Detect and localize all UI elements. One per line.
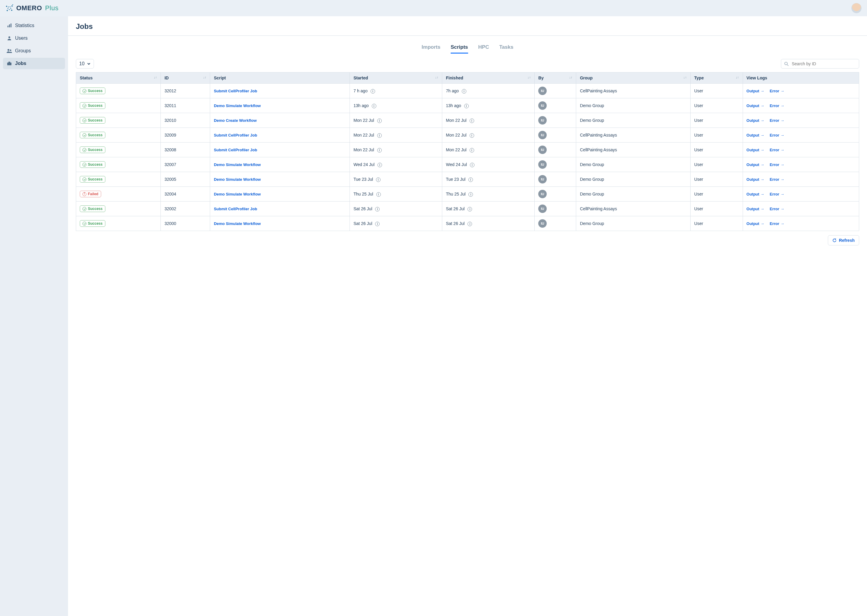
info-icon[interactable]: i [470,148,474,152]
script-link[interactable]: Demo Simulate Workflow [214,162,261,167]
table-row: Success32007Demo Simulate WorkflowWed 24… [76,157,859,172]
info-icon[interactable]: i [470,133,474,138]
output-log-link[interactable]: Output → [747,177,765,182]
app-logo[interactable]: + OMERO Plus [5,4,58,12]
script-link[interactable]: Demo Simulate Workflow [214,177,261,182]
info-icon[interactable]: i [468,192,473,197]
user-initials-badge[interactable]: IU [538,160,547,169]
info-icon[interactable]: i [377,163,382,167]
info-icon[interactable]: i [375,207,380,211]
info-icon[interactable]: i [377,133,382,138]
refresh-button[interactable]: Refresh [828,235,859,245]
sidebar-item-groups[interactable]: Groups [3,45,65,57]
output-log-link[interactable]: Output → [747,222,765,226]
col-id[interactable]: ID↓↑ [161,72,210,83]
output-log-link[interactable]: Output → [747,118,765,123]
info-icon[interactable]: i [464,104,469,108]
cell-group: Demo Group [576,98,690,113]
output-log-link[interactable]: Output → [747,162,765,167]
info-icon[interactable]: i [370,89,375,94]
user-avatar[interactable] [851,3,862,13]
search-input[interactable] [791,61,856,66]
user-initials-badge[interactable]: IU [538,146,547,154]
info-icon[interactable]: i [470,163,474,167]
sort-icon: ↓↑ [569,75,572,79]
cell-finished: Sat 26 Jul i [442,201,534,216]
info-icon[interactable]: i [468,178,473,182]
output-log-link[interactable]: Output → [747,89,765,93]
info-icon[interactable]: i [375,222,380,226]
user-initials-badge[interactable]: IU [538,101,547,110]
script-link[interactable]: Submit CellProfiler Job [214,133,257,137]
user-initials-badge[interactable]: IU [538,219,547,228]
error-log-link[interactable]: Error → [770,207,784,211]
error-log-link[interactable]: Error → [770,222,784,226]
error-log-link[interactable]: Error → [770,89,784,93]
col-group[interactable]: Group↓↑ [576,72,690,83]
output-log-link[interactable]: Output → [747,148,765,152]
output-log-link[interactable]: Output → [747,133,765,137]
user-initials-badge[interactable]: IU [538,190,547,198]
cell-started: Sat 26 Jul i [350,216,442,231]
tab-scripts[interactable]: Scripts [451,44,468,53]
col-status[interactable]: Status↓↑ [76,72,161,83]
info-icon[interactable]: i [468,222,472,226]
cell-type: User [690,201,743,216]
info-icon[interactable]: i [377,118,382,123]
search-icon [784,62,789,66]
error-log-link[interactable]: Error → [770,118,784,123]
status-badge: Success [80,206,106,212]
cell-group: CellPainting Assays [576,143,690,157]
user-initials-badge[interactable]: IU [538,175,547,184]
search-box[interactable] [781,59,859,69]
script-link[interactable]: Demo Simulate Workflow [214,104,261,108]
script-link[interactable]: Demo Create Workflow [214,118,257,123]
script-link[interactable]: Submit CellProfiler Job [214,207,257,211]
info-icon[interactable]: i [462,89,466,94]
table-row: Success32011Demo Simulate Workflow13h ag… [76,98,859,113]
script-link[interactable]: Demo Simulate Workflow [214,222,261,226]
col-started[interactable]: Started↓↑ [350,72,442,83]
col-by[interactable]: By↓↑ [534,72,576,83]
info-icon[interactable]: i [372,104,376,108]
info-icon[interactable]: i [377,148,382,152]
error-log-link[interactable]: Error → [770,192,784,196]
table-toolbar: 10 [68,57,867,72]
col-type[interactable]: Type↓↑ [690,72,743,83]
tab-hpc[interactable]: HPC [478,44,489,53]
output-log-link[interactable]: Output → [747,207,765,211]
user-initials-badge[interactable]: IU [538,86,547,95]
col-script[interactable]: Script [210,72,350,83]
error-log-link[interactable]: Error → [770,133,784,137]
tab-tasks[interactable]: Tasks [499,44,513,53]
page-size-select[interactable]: 10 [76,59,94,69]
user-initials-badge[interactable]: IU [538,116,547,124]
error-log-link[interactable]: Error → [770,162,784,167]
cell-type: User [690,157,743,172]
col-finished[interactable]: Finished↓↑ [442,72,534,83]
error-log-link[interactable]: Error → [770,148,784,152]
output-log-link[interactable]: Output → [747,192,765,196]
cell-finished: Mon 22 Jul i [442,143,534,157]
script-link[interactable]: Submit CellProfiler Job [214,148,257,152]
user-initials-badge[interactable]: IU [538,204,547,213]
error-log-link[interactable]: Error → [770,104,784,108]
script-link[interactable]: Submit CellProfiler Job [214,89,257,93]
table-row: Success32008Submit CellProfiler JobMon 2… [76,143,859,157]
info-icon[interactable]: i [376,178,380,182]
output-log-link[interactable]: Output → [747,104,765,108]
table-row: Success32010Demo Create WorkflowMon 22 J… [76,113,859,128]
script-link[interactable]: Demo Simulate Workflow [214,192,261,196]
user-initials-badge[interactable]: IU [538,131,547,139]
sidebar-item-jobs[interactable]: Jobs [3,58,65,69]
tab-imports[interactable]: Imports [422,44,440,53]
info-icon[interactable]: i [468,207,472,211]
sidebar-item-users[interactable]: Users [3,33,65,44]
svg-point-1 [6,6,7,7]
sidebar-item-statistics[interactable]: Statistics [3,20,65,31]
info-icon[interactable]: i [470,118,474,123]
info-icon[interactable]: i [376,192,381,197]
error-log-link[interactable]: Error → [770,177,784,182]
table-row: Success32002Submit CellProfiler JobSat 2… [76,201,859,216]
status-badge: Success [80,176,106,182]
